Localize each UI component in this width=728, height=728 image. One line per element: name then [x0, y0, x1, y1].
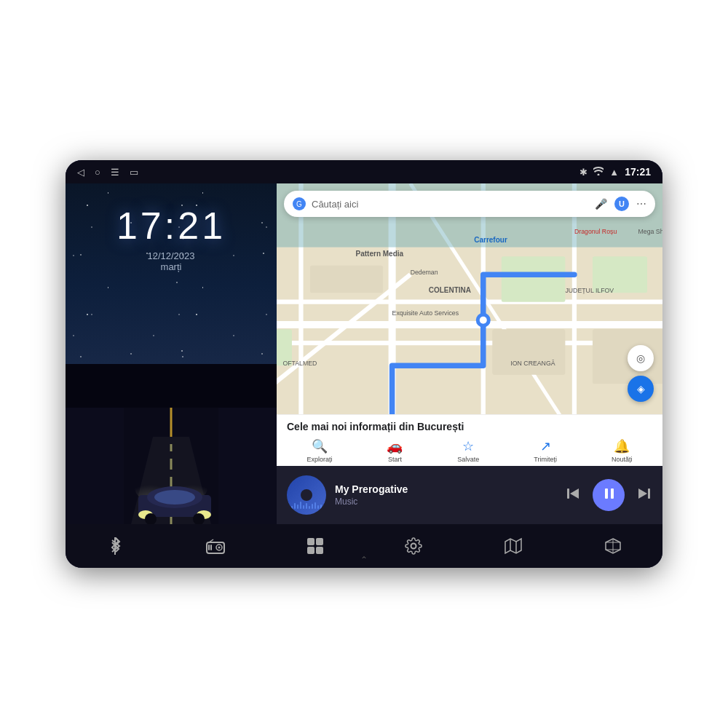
music-title: My Prerogative [335, 483, 556, 495]
nav-buttons: ◁ ○ ☰ ▭ [77, 167, 138, 178]
maps-nav-explore[interactable]: 🔍 Explorați [306, 438, 332, 463]
svg-rect-5 [218, 408, 277, 524]
map-area[interactable]: COLENTINA OFTALMED ION CREANGĂ JUDEȚUL I… [277, 183, 662, 466]
music-controls [565, 479, 652, 511]
bottom-nav-maps[interactable] [505, 537, 522, 555]
svg-marker-48 [570, 488, 579, 499]
lock-screen-date: 12/12/2023 [147, 250, 194, 261]
location-icon: ◈ [637, 383, 645, 395]
svg-rect-29 [492, 329, 565, 375]
start-icon: 🚗 [387, 438, 403, 454]
play-pause-icon [602, 486, 617, 505]
news-icon: 🔔 [614, 438, 630, 454]
svg-text:Carrefour: Carrefour [474, 236, 507, 244]
music-waveform [287, 499, 326, 509]
music-subtitle: Music [335, 496, 556, 507]
bottom-chevron-icon: ⌃ [360, 555, 368, 565]
svg-point-11 [154, 490, 195, 505]
right-panel: COLENTINA OFTALMED ION CREANGĂ JUDEȚUL I… [277, 183, 662, 524]
cube-nav-icon [604, 537, 622, 555]
my-location-button[interactable]: ◈ [628, 376, 654, 402]
lock-screen-day: marți [161, 261, 182, 272]
prev-track-button[interactable] [565, 486, 581, 505]
google-maps-icon: G [293, 197, 306, 210]
wifi-icon [593, 167, 604, 178]
svg-text:Exquisite Auto Services: Exquisite Auto Services [392, 309, 459, 317]
svg-rect-50 [611, 488, 614, 499]
svg-text:Mega Shop: Mega Shop [638, 228, 662, 235]
status-time: 17:21 [625, 166, 651, 178]
explore-label: Explorați [306, 456, 332, 463]
main-content: 17:21 12/12/2023 marți [66, 183, 662, 524]
explore-icon: 🔍 [312, 438, 328, 454]
svg-text:OFTALMED: OFTALMED [282, 360, 317, 367]
svg-rect-27 [502, 256, 566, 302]
svg-point-56 [218, 547, 220, 549]
svg-text:COLENTINA: COLENTINA [429, 286, 471, 294]
search-placeholder-text: Căutați aici [312, 199, 589, 210]
maps-nav-icon [505, 537, 522, 555]
voice-search-icon[interactable]: 🎤 [595, 198, 607, 210]
lock-screen-time: 17:21 [116, 204, 226, 248]
layers-icon: ◎ [636, 352, 645, 364]
music-album-art [287, 475, 326, 515]
search-action-icons: 🎤 U ⋯ [595, 197, 646, 211]
signal-icon: ▲ [609, 167, 619, 178]
bottom-navigation: ⌃ [66, 524, 662, 568]
menu-icon[interactable]: ☰ [111, 167, 119, 178]
bottom-nav-settings[interactable] [405, 537, 422, 555]
saved-icon: ☆ [462, 438, 474, 454]
bottom-nav-bluetooth[interactable] [106, 537, 124, 555]
svg-point-34 [480, 317, 487, 324]
start-label: Start [388, 456, 402, 463]
status-indicators: ✱ ▲ 17:21 [579, 166, 651, 178]
bluetooth-nav-icon [106, 537, 124, 555]
music-player: My Prerogative Music [277, 466, 662, 524]
svg-marker-52 [638, 488, 647, 499]
maps-info-text: Cele mai noi informații din București [277, 421, 662, 438]
bluetooth-icon: ✱ [579, 167, 587, 178]
svg-rect-4 [66, 408, 124, 524]
bottom-nav-apps[interactable] [307, 538, 323, 554]
maps-nav-saved[interactable]: ☆ Salvate [457, 438, 479, 463]
share-label: Trimiteți [534, 456, 557, 463]
account-icon[interactable]: U [614, 197, 629, 211]
svg-text:Dedeman: Dedeman [411, 269, 438, 276]
car-display: ◁ ○ ☰ ▭ ✱ ▲ 17:21 17:21 12/12/2023 marți [66, 160, 662, 568]
map-layers-button[interactable]: ◎ [628, 345, 654, 371]
more-options-icon[interactable]: ⋯ [636, 198, 646, 210]
svg-text:Dragonul Roșu: Dragonul Roșu [574, 228, 617, 235]
settings-nav-icon [405, 537, 422, 555]
svg-text:ION CREANGĂ: ION CREANGĂ [510, 360, 555, 367]
grid-apps-icon [307, 538, 323, 554]
svg-text:G: G [296, 200, 302, 208]
car-tunnel-image [66, 364, 277, 524]
maps-nav-items: 🔍 Explorați 🚗 Start ☆ Salvate ↗ [277, 438, 662, 463]
maps-nav-share[interactable]: ↗ Trimiteți [534, 438, 557, 463]
screenshot-icon[interactable]: ▭ [130, 167, 138, 178]
bottom-nav-cube[interactable] [604, 537, 622, 555]
share-icon: ↗ [540, 438, 551, 454]
bottom-nav-radio[interactable] [206, 538, 225, 554]
next-track-button[interactable] [636, 486, 652, 505]
back-icon[interactable]: ◁ [77, 167, 84, 178]
play-pause-button[interactable] [593, 479, 625, 511]
status-bar: ◁ ○ ☰ ▭ ✱ ▲ 17:21 [66, 160, 662, 183]
svg-rect-49 [605, 488, 608, 499]
svg-text:Pattern Media: Pattern Media [356, 250, 404, 258]
news-label: Noutăți [612, 456, 633, 463]
saved-label: Salvate [457, 456, 479, 463]
svg-point-59 [411, 544, 416, 549]
svg-rect-51 [648, 488, 650, 499]
radio-nav-icon [206, 538, 225, 554]
svg-text:JUDEȚUL ILFOV: JUDEȚUL ILFOV [565, 287, 614, 294]
maps-nav-start[interactable]: 🚗 Start [387, 438, 403, 463]
svg-rect-47 [567, 488, 569, 499]
maps-nav-news[interactable]: 🔔 Noutăți [612, 438, 633, 463]
music-info: My Prerogative Music [335, 483, 556, 507]
home-icon[interactable]: ○ [95, 167, 100, 178]
map-search-bar[interactable]: G Căutați aici 🎤 U ⋯ [284, 191, 655, 217]
lock-screen-panel: 17:21 12/12/2023 marți [66, 183, 277, 524]
maps-bottom-bar: Cele mai noi informații din București 🔍 … [277, 414, 662, 466]
svg-marker-60 [505, 539, 521, 553]
